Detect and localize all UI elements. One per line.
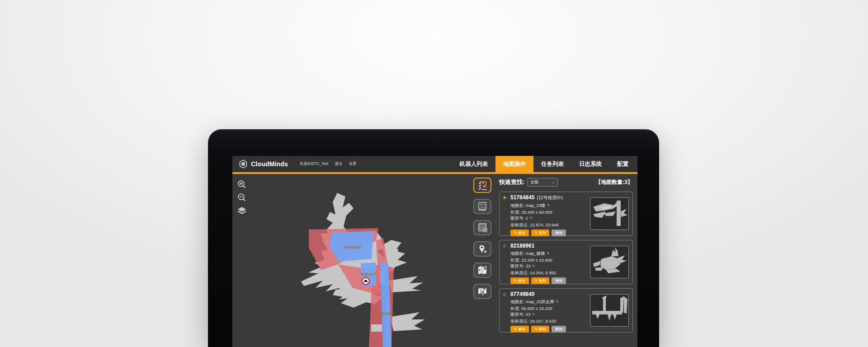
content: 40.519m² 8.614m² 80.215m² [232, 174, 637, 347]
modify-button[interactable]: ✎修改 [510, 326, 529, 333]
map-card[interactable]: ☆ 87749840 地图名: map_33层走廊✎ 长宽: 56.600 x … [499, 288, 633, 333]
map-card[interactable]: ★ 51764845 (12号使用中) 地图名: map_33楼✎ 长宽: 25… [499, 192, 633, 236]
favorite-star-icon[interactable]: ★ [502, 195, 508, 201]
copy-button[interactable]: ✎复制 [531, 326, 550, 333]
row-label: 坐标原点: [510, 319, 529, 324]
cloudminds-logo-icon [239, 159, 248, 169]
edit-pencil-icon: ✎ [535, 279, 538, 283]
map-zoom-controls [237, 179, 247, 216]
row-value: 34.247, 8.533 [530, 319, 556, 324]
row-label: 坐标原点: [510, 270, 529, 275]
filter-selected-value: 全部 [530, 179, 551, 185]
row-value: 1 [526, 216, 528, 220]
row-value: map_腿腿 [526, 251, 545, 256]
robot-marker-icon[interactable] [362, 277, 369, 285]
nav-robot-list[interactable]: 机器人列表 [452, 156, 496, 172]
edit-pencil-icon: ✎ [535, 327, 538, 331]
row-value: map_33楼 [526, 203, 546, 208]
edit-pencil-icon[interactable]: ✎ [532, 312, 535, 317]
row-label: 长宽: [510, 306, 520, 311]
row-value: 23.200 x 22.900 [521, 258, 552, 263]
add-zone-tool-button[interactable] [473, 220, 491, 235]
add-poi-icon [477, 244, 488, 254]
webcam-dot [433, 135, 435, 137]
edit-pencil-icon: ✎ [514, 327, 517, 331]
area-label-1: 40.519m² [344, 245, 362, 249]
area-label-3: 80.215m² [377, 311, 394, 316]
chevron-down-icon: ⌄ [552, 180, 555, 184]
map-thumbnail[interactable] [590, 246, 629, 278]
layers-icon[interactable] [237, 206, 247, 216]
row-value: 14.204, 5.952 [530, 270, 556, 275]
poi-checklist-icon [477, 180, 488, 190]
welcome-group: 欢迎BJDT2_Test 退出 全屏 [300, 161, 356, 167]
copy-button[interactable]: ✎复制 [531, 277, 550, 284]
welcome-text: 欢迎BJDT2_Test [300, 161, 328, 167]
map-card[interactable]: ☆ 82186961 地图名: map_腿腿✎ 长宽: 23.200 x 22.… [499, 240, 633, 284]
edit-pencil-icon: ✎ [535, 231, 538, 235]
zoom-in-icon[interactable] [237, 179, 247, 189]
add-poi-tool-button[interactable] [473, 241, 491, 257]
map-card-list: ★ 51764845 (12号使用中) 地图名: map_33楼✎ 长宽: 25… [499, 192, 633, 333]
logout-link[interactable]: 退出 [335, 161, 342, 167]
edit-pencil-icon[interactable]: ✎ [547, 203, 551, 208]
nav-map-operation[interactable]: 地图操作 [495, 156, 533, 172]
row-label: 长宽: [510, 210, 520, 215]
delete-button[interactable]: 删除 [552, 277, 566, 284]
fullscreen-link[interactable]: 全屏 [349, 161, 356, 167]
upload-map-icon [477, 286, 488, 296]
quick-find-label: 快速查找: [499, 178, 524, 186]
row-label: 楼层号: [510, 263, 524, 268]
row-label: 楼层号: [510, 216, 524, 220]
row-label: 地图名: [510, 251, 524, 256]
map-thumbnail[interactable] [590, 294, 629, 327]
edit-pencil-icon[interactable]: ✎ [547, 251, 550, 256]
map-with-pin-icon [477, 265, 488, 275]
edit-pencil-icon[interactable]: ✎ [532, 264, 535, 268]
map-toolbar [470, 174, 495, 347]
map-pin-tool-button[interactable] [473, 263, 491, 278]
row-value: 25.400 x 50.000 [521, 210, 552, 215]
copy-button[interactable]: ✎复制 [531, 230, 550, 236]
row-value: map_33层走廊 [526, 299, 554, 304]
map-thumbnail[interactable] [590, 197, 629, 230]
nav-task-list[interactable]: 任务列表 [533, 156, 571, 172]
nav-config[interactable]: 配置 [609, 156, 637, 172]
brand-name: CloudMinds [251, 160, 288, 168]
map-filter-select[interactable]: 全部 ⌄ [527, 178, 558, 187]
row-label: 长宽: [510, 258, 520, 263]
modify-button[interactable]: ✎修改 [510, 277, 529, 284]
map-id: 82186961 [510, 243, 534, 249]
map-canvas[interactable]: 40.519m² 8.614m² 80.215m² [232, 174, 470, 347]
zoom-out-icon[interactable] [237, 192, 247, 202]
app-header: CloudMinds 欢迎BJDT2_Test 退出 全屏 机器人列表 地图操作… [232, 156, 637, 172]
occupancy-map[interactable]: 40.519m² 8.614m² 80.215m² [232, 174, 470, 347]
upload-map-tool-button[interactable] [473, 284, 491, 299]
laptop-mockup: CloudMinds 欢迎BJDT2_Test 退出 全屏 机器人列表 地图操作… [208, 129, 659, 347]
delete-button[interactable]: 删除 [552, 230, 566, 236]
edit-pencil-icon: ✎ [514, 279, 517, 283]
row-label: 地图名: [510, 203, 524, 208]
row-value: 33 [526, 263, 531, 268]
map-in-use-tag: (12号使用中) [537, 195, 563, 201]
row-value: 12.874, 33.946 [530, 222, 558, 227]
edit-pencil-icon[interactable]: ✎ [556, 300, 559, 304]
add-zone-icon [477, 223, 488, 233]
delete-button[interactable]: 删除 [552, 326, 566, 333]
map-list-panel: 快速查找: 全部 ⌄ 【地图数量:3】 ★ 51764845 (12号使用中) [495, 174, 637, 347]
map-gray-rect [371, 324, 382, 332]
edit-pencil-icon[interactable]: ✎ [529, 216, 533, 220]
map-id: 51764845 [510, 194, 534, 201]
poi-checklist-tool-button[interactable] [473, 178, 491, 193]
favorite-star-icon[interactable]: ☆ [502, 243, 508, 249]
row-value: 33 [526, 312, 531, 317]
area-label-2: 8.614m² [361, 272, 376, 277]
nav-log-system[interactable]: 日志系统 [571, 156, 609, 172]
favorite-star-icon[interactable]: ☆ [502, 291, 508, 297]
modify-button[interactable]: ✎修改 [510, 230, 529, 236]
row-label: 楼层号: [510, 312, 524, 317]
measure-area-tool-button[interactable] [473, 199, 491, 214]
row-label: 地图名: [510, 299, 524, 304]
row-value: 56.600 x 25.100 [521, 306, 552, 311]
app-screen: CloudMinds 欢迎BJDT2_Test 退出 全屏 机器人列表 地图操作… [232, 156, 637, 347]
